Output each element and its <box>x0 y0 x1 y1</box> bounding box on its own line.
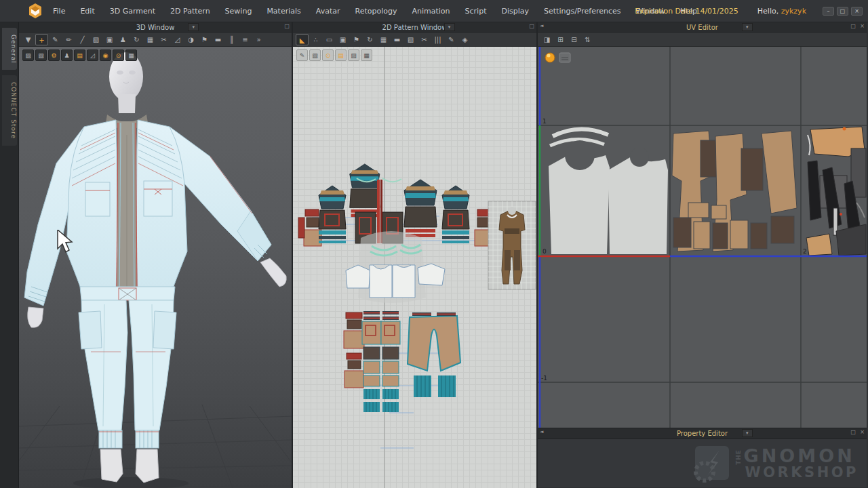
avatar-3d-render <box>19 47 292 488</box>
panel-2d-overlay-toggles: ✎▧⊙▤▨▦ <box>296 49 372 61</box>
ring-tool-icon[interactable]: ◑ <box>184 34 197 45</box>
simulate-icon[interactable]: ▼ <box>22 34 35 45</box>
sewing-tool-icon[interactable]: ▧ <box>404 34 417 45</box>
pin-2d-icon[interactable]: ⚑ <box>350 34 363 45</box>
more-tools-icon[interactable]: » <box>252 34 265 45</box>
texture-image-icon[interactable]: ▣ <box>103 34 116 45</box>
tab-general[interactable]: General <box>2 28 17 70</box>
transform-pattern-icon[interactable]: ◣ <box>296 34 309 45</box>
menu-file[interactable]: File <box>53 7 65 16</box>
select-brush-icon[interactable]: ✏ <box>62 34 75 45</box>
gnomon-workshop-logo: THE GNOMON WORKSHOP <box>692 443 859 483</box>
show-avatar-icon[interactable]: ♟ <box>61 49 73 61</box>
menu-settings-preferences[interactable]: Settings/Preferences <box>544 7 621 16</box>
uv-pack-icon[interactable]: ⊟ <box>568 34 580 45</box>
board-tool-icon[interactable]: ▬ <box>212 34 224 45</box>
panel-3d-dropdown-icon[interactable]: ▾ <box>188 23 199 31</box>
app-logo-icon[interactable] <box>27 3 43 19</box>
panel-2d-toolbar: ◣∴▭▣⚑↻▦▬▧✂|||✎◈ <box>293 33 536 47</box>
menu-script[interactable]: Script <box>465 7 487 16</box>
shoe-tool-icon[interactable]: ◿ <box>171 34 184 45</box>
gnomon-line1: GNOMON <box>744 447 855 465</box>
username-link[interactable]: zykzyk <box>781 7 806 16</box>
minimize-button[interactable]: – <box>823 7 834 16</box>
show-garment-icon[interactable]: ▧ <box>35 49 47 61</box>
menu-animation[interactable]: Animation <box>412 7 450 16</box>
sync-icon[interactable]: ⚙ <box>48 49 60 61</box>
expiration-date: Expiration Date 14/01/2025 <box>635 7 738 16</box>
menu-2d-pattern[interactable]: 2D Pattern <box>170 7 210 16</box>
uv-label-minus1: -1 <box>541 375 547 382</box>
pattern-pieces-2d <box>293 47 536 488</box>
pen-2d-icon[interactable]: ✎ <box>296 49 308 61</box>
menu-retopology[interactable]: Retopology <box>355 7 397 16</box>
avatar-tool-icon[interactable]: ♟ <box>117 34 130 45</box>
panel-3d-float-icon[interactable]: □ <box>284 23 290 29</box>
garment-tool-icon[interactable]: ◈ <box>458 34 471 45</box>
restore-button[interactable]: □ <box>837 7 848 16</box>
menu-3d-garment[interactable]: 3D Garment <box>110 7 155 16</box>
grid-tool-icon[interactable]: ▦ <box>144 34 157 45</box>
shirt-outline-icon[interactable]: ▨ <box>348 49 359 61</box>
property-editor-dropdown-icon[interactable]: ▾ <box>742 429 753 437</box>
stitch-tool-icon[interactable]: ≡ <box>239 34 252 45</box>
uv-editor-float-icon[interactable]: □ <box>850 23 856 29</box>
free-sewing-tool-icon[interactable]: ✂ <box>418 34 431 45</box>
panel-2d-dropdown-icon[interactable]: ▾ <box>444 23 455 31</box>
property-editor-close-icon[interactable]: × <box>860 429 865 435</box>
select-mesh-icon[interactable]: ✎ <box>49 34 62 45</box>
info-icon[interactable]: ⊙ <box>322 49 334 61</box>
uv-overlay-toggles[interactable] <box>545 53 570 62</box>
uv-arrange-icon[interactable]: ⇅ <box>581 34 594 45</box>
polygon-pattern-icon[interactable]: ▭ <box>323 34 336 45</box>
avatar-thumbnail[interactable] <box>488 201 536 289</box>
menu-sewing[interactable]: Sewing <box>225 7 252 16</box>
show-pattern-icon[interactable]: ▤ <box>74 49 85 61</box>
pattern-paper-icon[interactable]: ▤ <box>335 49 347 61</box>
show-shoes-icon[interactable]: ◿ <box>87 49 98 61</box>
menu-display[interactable]: Display <box>501 7 529 16</box>
uv-editor-toolbar: ◨⊞⊟⇅ <box>538 33 867 47</box>
shirt-2d-icon[interactable]: ▧ <box>309 49 321 61</box>
menu-edit[interactable]: Edit <box>80 7 94 16</box>
panel-3d-window: 3D Window ▾ □ ▼+✎✏╱▧▣♟↻▦✂◿◑⚑▬║≡» ▨▧⚙♟▤◿◉… <box>19 22 293 488</box>
uv-editor-close-icon[interactable]: × <box>860 23 865 29</box>
edit-pattern-icon[interactable]: ∴ <box>309 34 322 45</box>
uv-editor-dropdown-icon[interactable]: ▾ <box>742 23 753 31</box>
menu-avatar[interactable]: Avatar <box>316 7 340 16</box>
pen-3d-icon[interactable]: ╱ <box>76 34 89 45</box>
image-tool-icon[interactable]: ▣ <box>336 34 349 45</box>
pleats-tool-icon[interactable]: ||| <box>431 34 444 45</box>
tab-connect-store[interactable]: CONNECT Store <box>2 75 17 146</box>
grid-2d-icon[interactable]: ▦ <box>377 34 390 45</box>
uv-snapshot-icon[interactable]: ◨ <box>540 34 553 45</box>
uv-pattern-snapshot-icon[interactable]: ⊞ <box>554 34 567 45</box>
uv-label-0: 0 <box>542 248 547 255</box>
show-light-icon[interactable]: ⊙ <box>113 49 124 61</box>
menu-bar: FileEdit3D Garment2D PatternSewingMateri… <box>0 0 868 22</box>
show-head-icon[interactable]: ◉ <box>100 49 111 61</box>
menu-materials[interactable]: Materials <box>267 7 300 16</box>
greeting: Hello, zykzyk <box>757 7 806 16</box>
pin-tool-icon[interactable]: ⚑ <box>198 34 211 45</box>
property-editor-float-icon[interactable]: □ <box>850 429 856 435</box>
arrangement-points-icon[interactable]: ▧ <box>90 34 102 45</box>
property-editor-body: THE GNOMON WORKSHOP <box>538 439 867 487</box>
trace-tool-icon[interactable]: ✎ <box>445 34 458 45</box>
steamer-icon[interactable]: ▦ <box>361 49 372 61</box>
main-menu: FileEdit3D Garment2D PatternSewingMateri… <box>53 7 712 16</box>
uv-layout: 1 0 2 -1 <box>538 47 867 428</box>
rotate-2d-icon[interactable]: ↻ <box>363 34 376 45</box>
panel-3d-overlay-toggles: ▨▧⚙♟▤◿◉⊙▦ <box>22 49 137 61</box>
show-fabric-icon[interactable]: ▨ <box>22 49 34 61</box>
show-board-icon[interactable]: ▦ <box>125 49 137 61</box>
panel-uv-editor: ◄ UV Editor ▾ □ × ◨⊞⊟⇅ <box>538 22 867 428</box>
scissors-tool-icon[interactable]: ✂ <box>157 34 170 45</box>
select-move-icon[interactable]: + <box>35 34 48 45</box>
close-button[interactable]: × <box>851 7 863 16</box>
panel-2d-title: 2D Pattern Window <box>293 24 536 31</box>
bar-tool-icon[interactable]: ║ <box>225 34 238 45</box>
panel-2d-float-icon[interactable]: □ <box>529 23 534 29</box>
iron-tool-icon[interactable]: ▬ <box>391 34 403 45</box>
rotate-tool-icon[interactable]: ↻ <box>130 34 143 45</box>
